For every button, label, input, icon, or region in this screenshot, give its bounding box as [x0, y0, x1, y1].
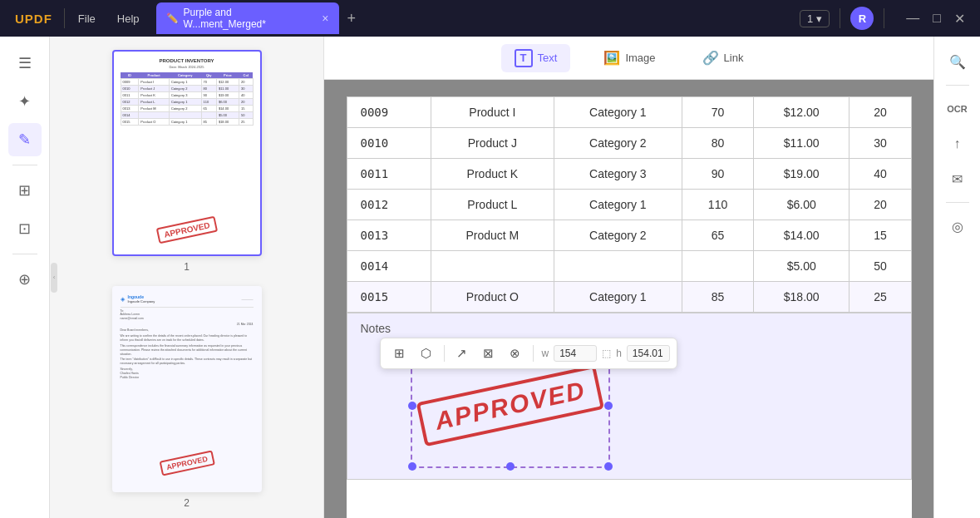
thumb2-line-right: ———— [242, 298, 254, 301]
menu-file[interactable]: File [68, 9, 106, 28]
right-toolbar: 🔍 OCR ↑ ✉ ◎ [933, 37, 980, 518]
sidebar-crop-btn[interactable]: ⊡ [8, 212, 42, 245]
sidebar-reader-btn[interactable]: ☰ [8, 47, 42, 80]
menu-help[interactable]: Help [107, 9, 150, 28]
app-logo: UPDF [7, 12, 61, 26]
cell-r5-c2 [554, 251, 682, 282]
doc-content[interactable]: 0009Product ICategory 170$12.00200010Pro… [324, 80, 933, 518]
search-right-btn[interactable]: 🔍 [943, 47, 973, 76]
cell-r2-c0: 0011 [347, 159, 431, 190]
cell-r6-c3: 85 [682, 282, 754, 313]
thumbnail-2[interactable]: ◈ Ingoude Ingoude Company ———— To:Addres… [63, 286, 310, 509]
link-tool-btn[interactable]: 🔗 Link [689, 45, 757, 71]
tab-add-btn[interactable]: + [342, 10, 362, 27]
minimize-btn[interactable]: — [901, 11, 924, 27]
thumb2-header: ◈ Ingoude Ingoude Company ———— [121, 294, 254, 303]
sidebar-comment-btn[interactable]: ⊞ [8, 174, 42, 207]
doc-area: T Text 🖼️ Image 🔗 Link 0009Product ICate… [324, 37, 933, 518]
topbar-divider2 [840, 8, 840, 28]
width-input[interactable] [554, 345, 597, 362]
tab-close-btn[interactable]: × [322, 12, 328, 25]
cell-r6-c4: $18.00 [753, 282, 849, 313]
maximize-btn[interactable]: □ [928, 11, 946, 27]
th-id: ID [121, 72, 139, 79]
link-tool-icon: 🔗 [702, 50, 719, 66]
float-move-btn[interactable]: ⊞ [387, 342, 412, 365]
cell-r4-c5: 15 [849, 220, 911, 251]
cell-r1-c3: 80 [682, 128, 754, 159]
cell-r2-c3: 90 [682, 159, 754, 190]
image-tool-btn[interactable]: 🖼️ Image [590, 45, 668, 71]
export-right-btn[interactable]: ↑ [943, 129, 973, 159]
topbar-divider3 [884, 8, 884, 28]
thumb-frame-1[interactable]: PRODUCT INVENTORY Date: March 2024-2025 … [112, 50, 262, 256]
sidebar-eraser-btn[interactable]: ✦ [8, 85, 42, 118]
close-btn[interactable]: ✕ [949, 11, 970, 27]
float-dimensions: w ⬚ h [542, 345, 670, 362]
table-row: 0015Product OCategory 185$18.0025 [347, 282, 911, 313]
active-tab[interactable]: ✏️ Purple and W...ment_Merged* × [156, 2, 339, 34]
thumb1-label: 1 [184, 261, 190, 273]
main-layout: ☰ ✦ ✎ ⊞ ⊡ ⊕ ‹ PRODUCT INVENTORY Date: Ma… [0, 37, 980, 518]
cell-r0-c3: 70 [682, 97, 754, 128]
sidebar-stamp-btn[interactable]: ⊕ [8, 263, 42, 296]
thumb2-divider [121, 307, 254, 308]
th-qty: Qty [201, 72, 216, 79]
notes-label: Notes [361, 322, 392, 335]
cell-r2-c2: Category 3 [554, 159, 682, 190]
thumb2-body3: The term "distribution" is difficult to … [121, 358, 254, 366]
float-crop-btn[interactable]: ⊠ [476, 342, 501, 365]
cell-r4-c2: Category 2 [554, 220, 682, 251]
cell-r5-c5: 50 [849, 251, 911, 282]
cell-r5-c1 [431, 251, 554, 282]
left-sidebar: ☰ ✦ ✎ ⊞ ⊡ ⊕ ‹ [0, 37, 50, 518]
resize-handle-mr[interactable] [604, 402, 613, 410]
cell-r5-c4: $5.00 [753, 251, 849, 282]
right-sep2 [946, 202, 969, 203]
thumb2-to: To:Address Loremname@email.com [121, 309, 254, 322]
resize-handle-br[interactable] [604, 462, 613, 471]
table-row: 0013Product MCategory 265$14.0015 [347, 220, 911, 251]
cell-r0-c4: $12.00 [753, 97, 849, 128]
user-avatar[interactable]: R [850, 7, 874, 30]
image-tool-icon: 🖼️ [603, 50, 620, 66]
dim-link-icon: ⬚ [602, 348, 611, 359]
share-right-btn[interactable]: ✉ [943, 164, 973, 194]
tab-title: Purple and W...ment_Merged* [184, 7, 314, 30]
th-price: Price [216, 72, 239, 79]
text-tool-label: Text [538, 52, 558, 64]
product-table: 0009Product ICategory 170$12.00200010Pro… [347, 96, 912, 313]
tab-edit-icon: ✏️ [166, 12, 179, 24]
thumb1-title: PRODUCT INVENTORY [121, 58, 254, 63]
resize-handle-ml[interactable] [408, 402, 416, 410]
thumb-frame-2[interactable]: ◈ Ingoude Ingoude Company ———— To:Addres… [112, 286, 262, 492]
thumbnail-1[interactable]: PRODUCT INVENTORY Date: March 2024-2025 … [63, 50, 310, 273]
image-tool-label: Image [625, 52, 655, 64]
th-cat: Category [169, 72, 201, 79]
sidebar-collapse-btn[interactable]: ‹ [51, 263, 57, 293]
cell-r6-c2: Category 1 [554, 282, 682, 313]
cell-r5-c0: 0014 [347, 251, 431, 282]
table-row: 0011Product KCategory 390$19.0040 [347, 159, 911, 190]
float-extract-btn[interactable]: ↗ [450, 342, 475, 365]
text-tool-btn[interactable]: T Text [501, 44, 571, 72]
page-nav[interactable]: 1 ▾ [800, 10, 830, 27]
cell-r3-c1: Product L [431, 190, 554, 220]
float-divider2 [533, 345, 534, 362]
sidebar-sep2 [12, 254, 37, 254]
sidebar-edit-btn[interactable]: ✎ [8, 123, 42, 156]
height-input[interactable] [627, 345, 670, 362]
ocr-right-btn[interactable]: OCR [943, 94, 973, 124]
resize-handle-bc[interactable] [506, 462, 515, 471]
page-number: 1 [807, 12, 813, 25]
cell-r2-c5: 40 [849, 159, 911, 190]
float-replace-btn[interactable]: ⊗ [503, 342, 528, 365]
resize-handle-bl[interactable] [408, 462, 416, 471]
camera-right-btn[interactable]: ◎ [943, 211, 973, 241]
link-tool-label: Link [724, 52, 744, 64]
cell-r1-c1: Product J [431, 128, 554, 159]
thumb2-stamp: APPROVED [159, 450, 214, 476]
thumb2-company: Ingoude Ingoude Company [128, 294, 155, 303]
float-transform-btn[interactable]: ⬡ [414, 342, 439, 365]
thumb2-date: 21 Mar 2024 [121, 323, 254, 327]
